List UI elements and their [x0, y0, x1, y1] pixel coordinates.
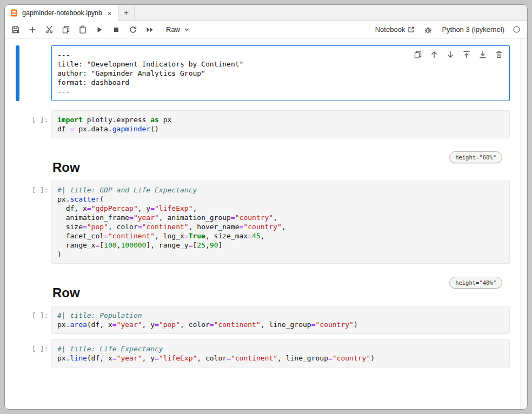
tab-close-icon[interactable]: ×	[106, 9, 113, 17]
cell-toolbar	[412, 49, 505, 61]
move-down-icon	[446, 50, 455, 59]
tab-bar: gapminder-notebook.ipynb × +	[5, 5, 527, 21]
interrupt-icon	[112, 25, 121, 34]
code-cell[interactable]: [ ]:#| title: Populationpx.area(df, x="y…	[16, 306, 510, 334]
cell-collapser[interactable]	[16, 181, 19, 264]
tab-title: gapminder-notebook.ipynb	[22, 9, 102, 17]
cell-collapser[interactable]	[16, 306, 19, 334]
run-all-icon	[145, 25, 154, 34]
duplicate-cell-button[interactable]	[412, 49, 424, 61]
cell-prompt: [ ]:	[25, 306, 51, 334]
markdown-cell[interactable]: Rowheight="40%"	[16, 279, 510, 302]
save-button[interactable]	[10, 23, 21, 36]
toolbar-right: Notebook Python 3 (ipykernel)	[375, 23, 521, 36]
insert-cell-button[interactable]	[27, 23, 38, 36]
copy-icon	[62, 25, 70, 34]
move-down-button[interactable]	[444, 49, 456, 61]
cell-height-badge: height="60%"	[449, 151, 502, 163]
cell-prompt	[25, 45, 51, 101]
row-heading: Row	[52, 160, 510, 175]
cell-list: ---title: "Development Indicators by Con…	[5, 38, 527, 368]
external-link-icon	[408, 26, 415, 33]
markdown-cell[interactable]: Rowheight="60%"	[16, 153, 510, 176]
cell-editor[interactable]: #| title: Populationpx.area(df, x="year"…	[51, 306, 510, 334]
cell-collapser[interactable]	[16, 110, 19, 138]
interrupt-button[interactable]	[111, 23, 122, 36]
cell-prompt	[25, 279, 51, 302]
notebook-toolbar: Raw Notebook Python 3 (ipykernel)	[5, 21, 527, 38]
cell-editor[interactable]: ---title: "Development Indicators by Con…	[51, 45, 510, 101]
paste-button[interactable]	[77, 23, 88, 36]
tab-gapminder-notebook[interactable]: gapminder-notebook.ipynb ×	[5, 5, 118, 21]
cell-collapser[interactable]	[16, 45, 19, 101]
move-up-button[interactable]	[428, 49, 440, 61]
notebook-file-icon	[10, 9, 18, 17]
restart-button[interactable]	[128, 23, 138, 36]
cell-prompt: [ ]:	[25, 339, 51, 368]
cell-type-value: Raw	[166, 25, 180, 34]
save-icon	[11, 25, 20, 34]
paste-icon	[78, 25, 87, 34]
cell-editor[interactable]: #| title: Life Expectancypx.line(df, x="…	[51, 339, 510, 368]
run-all-button[interactable]	[144, 23, 155, 36]
copy-button[interactable]	[61, 23, 71, 36]
cell-collapser[interactable]	[16, 279, 19, 302]
cell-collapser[interactable]	[16, 339, 19, 368]
row-heading: Row	[52, 285, 510, 301]
toolbar-buttons	[10, 23, 155, 36]
desktop-background: gapminder-notebook.ipynb × + Raw Noteboo…	[0, 0, 532, 414]
cut-button[interactable]	[44, 23, 55, 36]
markdown-rendered[interactable]: Rowheight="40%"	[51, 279, 510, 302]
code-cell[interactable]: [ ]:#| title: GDP and Life Expectancypx.…	[16, 181, 510, 264]
raw-cell[interactable]: ---title: "Development Indicators by Con…	[16, 45, 510, 101]
insert-cell-icon	[28, 25, 37, 34]
cell-type-dropdown[interactable]: Raw	[166, 25, 190, 34]
restart-icon	[129, 25, 137, 34]
notebook-content: ---title: "Development Indicators by Con…	[5, 38, 527, 409]
cut-icon	[45, 25, 54, 34]
cell-editor[interactable]: #| title: GDP and Life Expectancypx.scat…	[51, 181, 510, 264]
cell-prompt: [ ]:	[25, 110, 51, 138]
code-cell[interactable]: [ ]:import plotly.express as pxdf = px.d…	[16, 110, 510, 138]
insert-below-icon	[478, 50, 487, 59]
move-up-icon	[430, 50, 438, 59]
cell-prompt	[25, 153, 51, 176]
cell-editor[interactable]: import plotly.express as pxdf = px.data.…	[51, 110, 510, 138]
insert-above-button[interactable]	[461, 49, 473, 61]
run-icon	[95, 25, 104, 34]
scrollbar[interactable]	[520, 38, 527, 409]
new-tab-button[interactable]: +	[118, 5, 135, 21]
cell-height-badge: height="40%"	[449, 277, 502, 289]
insert-above-icon	[462, 50, 471, 59]
cell-collapser[interactable]	[16, 153, 19, 176]
delete-cell-button[interactable]	[493, 49, 505, 61]
notebook-label: Notebook	[375, 25, 405, 34]
kernel-status-icon	[513, 25, 521, 34]
markdown-rendered[interactable]: Rowheight="60%"	[51, 153, 510, 176]
code-cell[interactable]: [ ]:#| title: Life Expectancypx.line(df,…	[16, 339, 510, 368]
duplicate-cell-icon	[414, 50, 422, 59]
kernel-name[interactable]: Python 3 (ipykernel)	[442, 25, 504, 34]
run-button[interactable]	[94, 23, 105, 36]
cell-prompt: [ ]:	[25, 181, 51, 264]
chevron-down-icon	[183, 26, 190, 33]
debugger-button[interactable]	[423, 23, 434, 36]
delete-cell-icon	[495, 50, 503, 59]
open-in-notebook-button[interactable]: Notebook	[375, 25, 415, 34]
jupyterlab-window: gapminder-notebook.ipynb × + Raw Noteboo…	[4, 4, 528, 410]
insert-below-button[interactable]	[477, 49, 489, 61]
bug-icon	[424, 25, 433, 34]
